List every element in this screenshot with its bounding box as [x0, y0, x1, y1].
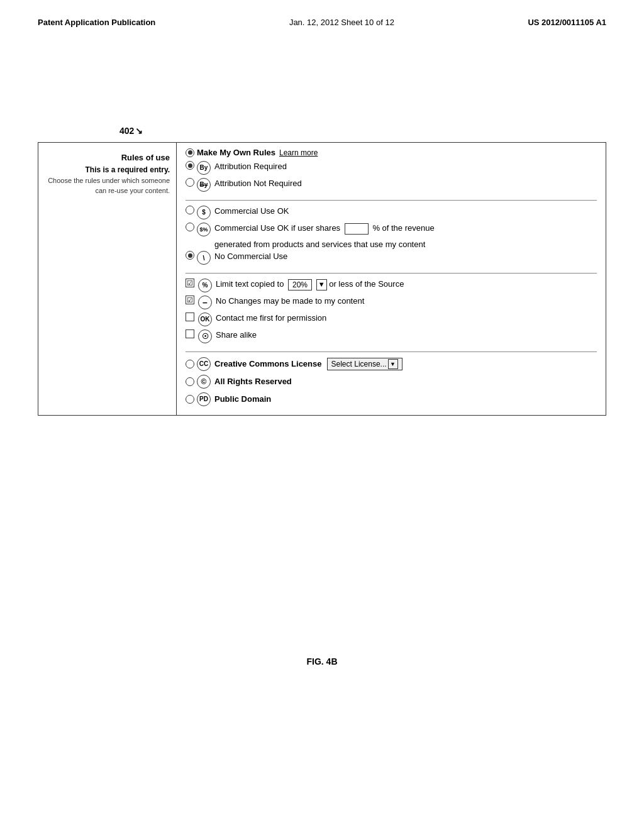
ok-icon: OK [198, 313, 212, 326]
attribution-not-required-label: Attribution Not Required [214, 178, 302, 189]
commercial-ok-label: Commercial Use OK [214, 206, 289, 217]
make-own-rules-row: Make My Own Rules Learn more [186, 148, 597, 157]
no-commercial-label: No Commercial Use [214, 251, 287, 262]
all-rights-reserved-row: © All Rights Reserved [186, 375, 597, 389]
left-panel: Rules of use This is a required entry. C… [38, 143, 177, 415]
limit-text-label: Limit text copied to ▼ or less of the So… [216, 279, 404, 290]
no-commercial-row: \ No Commercial Use [186, 251, 597, 265]
no-commercial-radio[interactable] [186, 251, 194, 260]
commercial-ok-radio[interactable] [186, 206, 194, 214]
attribution-required-row: By Attribution Required [186, 161, 597, 175]
share-alike-icon: ☉ [198, 329, 212, 343]
percent-input[interactable] [345, 223, 369, 235]
dollar-percent-icon: $% [197, 223, 211, 236]
minus-icon: – [198, 296, 212, 309]
commercial-ok-if-row: $% Commercial Use OK if user shares % of… [186, 223, 597, 236]
annotation-402: 402 ↘ [119, 126, 606, 136]
rules-title: Rules of use [45, 152, 170, 164]
public-domain-label: Public Domain [214, 394, 271, 405]
by-icon: By [197, 161, 211, 175]
no-changes-checkbox[interactable]: ☑ [186, 296, 194, 304]
no-changes-label: No Changes may be made to my content [216, 296, 364, 307]
annotation-arrow: ↘ [135, 126, 143, 136]
page-header: Patent Application Publication Jan. 12, … [0, 0, 644, 27]
contact-first-label: Contact me first for permission [216, 313, 326, 324]
percent-badge-icon: % [198, 279, 212, 292]
public-domain-row: PD Public Domain [186, 392, 597, 406]
attribution-not-required-row: By Attribution Not Required [186, 178, 597, 192]
copyright-icon: © [197, 375, 211, 389]
commercial-ok-row: $ Commercial Use OK [186, 206, 597, 219]
no-commercial-icon: \ [197, 251, 211, 265]
share-alike-checkbox[interactable] [186, 329, 194, 338]
figure-label: FIG. 4B [306, 656, 337, 667]
attribution-not-required-radio[interactable] [186, 178, 194, 187]
by-strikethrough-icon: By [197, 178, 211, 192]
all-rights-label: All Rights Reserved [214, 376, 292, 387]
creative-commons-row: CC Creative Commons License Select Licen… [186, 357, 597, 371]
share-alike-label: Share alike [216, 329, 257, 341]
all-rights-radio[interactable] [186, 377, 194, 386]
cc-radio[interactable] [186, 360, 194, 368]
description-text: Choose the rules under which someone can… [45, 175, 170, 196]
limit-text-checkbox[interactable]: ☑ [186, 279, 194, 287]
limit-dropdown[interactable]: ▼ [316, 279, 327, 290]
header-middle: Jan. 12, 2012 Sheet 10 of 12 [289, 18, 394, 27]
options-section: ☑ % Limit text copied to ▼ or less of th… [186, 279, 597, 352]
no-changes-row: ☑ – No Changes may be made to my content [186, 296, 597, 309]
dollar-icon: $ [197, 206, 211, 219]
main-container: 402 ↘ Rules of use This is a required en… [38, 126, 606, 416]
license-section: CC Creative Commons License Select Licen… [186, 357, 597, 406]
commercial-ok-if-radio[interactable] [186, 223, 194, 231]
select-license-dropdown-arrow[interactable]: ▼ [388, 359, 398, 369]
commercial-ok-if-label: Commercial Use OK if user shares % of th… [214, 223, 435, 235]
attribution-required-label: Attribution Required [214, 161, 287, 172]
select-license-button[interactable]: Select License... ▼ [327, 358, 402, 370]
required-text: This is a required entry. [45, 164, 170, 175]
contact-first-row: OK Contact me first for permission [186, 313, 597, 326]
header-left: Patent Application Publication [38, 18, 155, 27]
public-domain-radio[interactable] [186, 395, 194, 404]
form-area: Rules of use This is a required entry. C… [38, 142, 606, 416]
make-own-rules-radio[interactable] [186, 148, 194, 157]
attribution-required-radio[interactable] [186, 161, 194, 170]
pd-icon: PD [197, 392, 211, 406]
cc-label: Creative Commons License [214, 358, 322, 370]
right-panel: Make My Own Rules Learn more By Attribut… [177, 143, 606, 415]
commercial-section: $ Commercial Use OK $% Commercial Use OK… [186, 206, 597, 274]
learn-more-link[interactable]: Learn more [279, 148, 318, 157]
header-right: US 2012/0011105 A1 [528, 18, 606, 27]
make-own-rules-label: Make My Own Rules [197, 148, 275, 157]
contact-first-checkbox[interactable] [186, 313, 194, 321]
commercial-ok-if-continued: generated from products and services tha… [214, 240, 597, 249]
top-section: Make My Own Rules Learn more By Attribut… [186, 148, 597, 201]
share-alike-row: ☉ Share alike [186, 329, 597, 343]
limit-percent-input[interactable] [288, 279, 312, 290]
annotation-label: 402 [119, 126, 134, 136]
limit-text-row: ☑ % Limit text copied to ▼ or less of th… [186, 279, 597, 292]
cc-icon: CC [197, 357, 211, 371]
